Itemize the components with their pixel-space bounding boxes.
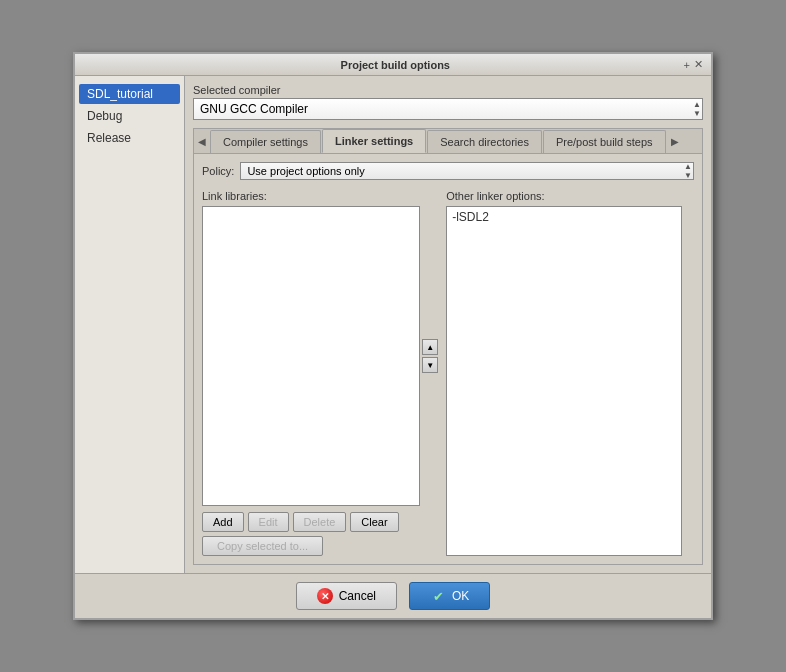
dialog-footer: ✕ Cancel ✔ OK	[75, 573, 711, 618]
left-panel: SDL_tutorial Debug Release	[75, 76, 185, 573]
tab-search-directories[interactable]: Search directories	[427, 130, 542, 153]
dialog-title: Project build options	[107, 59, 684, 71]
right-panel: Selected compiler GNU GCC Compiler ▲ ▼ ◀…	[185, 76, 711, 573]
tab-content: Policy: Use project options only ▲ ▼	[193, 153, 703, 565]
arrow-up-button[interactable]: ▲	[422, 339, 438, 355]
copy-selected-wrap: Copy selected to...	[202, 536, 438, 556]
edit-button[interactable]: Edit	[248, 512, 289, 532]
cancel-label: Cancel	[339, 589, 376, 603]
delete-button[interactable]: Delete	[293, 512, 347, 532]
policy-select[interactable]: Use project options only	[240, 162, 694, 180]
build-item-sdl[interactable]: SDL_tutorial	[79, 84, 180, 104]
link-libraries-section: Link libraries: ▲ ▼ Add Edit Delete	[202, 190, 438, 556]
tab-pre-post-build[interactable]: Pre/post build steps	[543, 130, 666, 153]
policy-label: Policy:	[202, 165, 234, 177]
build-item-debug[interactable]: Debug	[79, 106, 180, 126]
project-build-options-dialog: Project build options + ✕ SDL_tutorial D…	[73, 52, 713, 620]
build-item-release[interactable]: Release	[79, 128, 180, 148]
link-libraries-listbox[interactable]	[202, 206, 420, 506]
tab-compiler-settings[interactable]: Compiler settings	[210, 130, 321, 153]
tab-linker-settings[interactable]: Linker settings	[322, 129, 426, 153]
ok-icon: ✔	[430, 588, 446, 604]
tab-right-arrow[interactable]: ▶	[667, 132, 683, 151]
add-button[interactable]: Add	[202, 512, 244, 532]
dialog-body: SDL_tutorial Debug Release Selected comp…	[75, 76, 711, 573]
compiler-label: Selected compiler	[193, 84, 280, 96]
clear-button[interactable]: Clear	[350, 512, 398, 532]
other-linker-section: Other linker options: -lSDL2	[446, 190, 682, 556]
close-button[interactable]: ✕	[694, 58, 703, 71]
titlebar-buttons: + ✕	[684, 58, 703, 71]
ok-button[interactable]: ✔ OK	[409, 582, 490, 610]
compiler-select-row: GNU GCC Compiler ▲ ▼	[193, 98, 703, 120]
maximize-button[interactable]: +	[684, 58, 690, 71]
compiler-select-wrap: GNU GCC Compiler ▲ ▼	[193, 98, 703, 120]
other-linker-listbox[interactable]: -lSDL2	[446, 206, 682, 556]
listbox-arrows: ▲ ▼	[422, 206, 438, 506]
tabs-container: ◀ Compiler settings Linker settings Sear…	[193, 128, 703, 153]
ok-label: OK	[452, 589, 469, 603]
copy-selected-button[interactable]: Copy selected to...	[202, 536, 323, 556]
compiler-select[interactable]: GNU GCC Compiler	[193, 98, 703, 120]
compiler-row: Selected compiler	[193, 84, 703, 96]
link-lib-buttons: Add Edit Delete Clear	[202, 512, 438, 532]
titlebar: Project build options + ✕	[75, 54, 711, 76]
policy-row: Policy: Use project options only ▲ ▼	[202, 162, 694, 180]
tab-left-arrow[interactable]: ◀	[194, 132, 210, 151]
arrow-down-button[interactable]: ▼	[422, 357, 438, 373]
other-linker-label: Other linker options:	[446, 190, 682, 202]
link-libraries-label: Link libraries:	[202, 190, 438, 202]
policy-select-wrap: Use project options only ▲ ▼	[240, 162, 694, 180]
linker-main: Link libraries: ▲ ▼ Add Edit Delete	[202, 190, 694, 556]
other-linker-value: -lSDL2	[449, 209, 679, 225]
cancel-button[interactable]: ✕ Cancel	[296, 582, 397, 610]
cancel-icon: ✕	[317, 588, 333, 604]
link-libraries-listbox-wrap: ▲ ▼	[202, 206, 438, 506]
